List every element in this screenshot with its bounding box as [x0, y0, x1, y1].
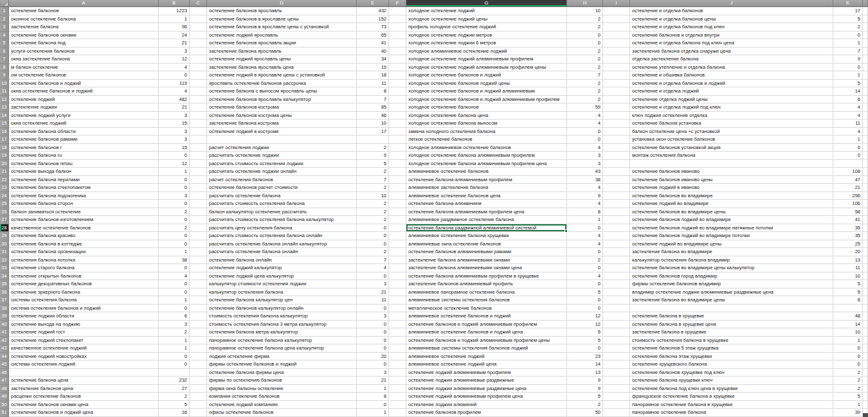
cell-E32[interactable]: 7	[357, 256, 389, 265]
cell-E42[interactable]: 0	[357, 337, 389, 345]
cell-I1[interactable]	[603, 7, 630, 15]
cell-J5[interactable]: остекление и отделка балкона под ключ це…	[630, 39, 833, 48]
cell-C27[interactable]	[190, 216, 207, 224]
cell-G7[interactable]: холодное остекление лоджий алюминиевым п…	[406, 55, 567, 64]
cell-D26[interactable]: балкон калькулятор остекление рассчитать	[207, 208, 357, 217]
cell-E13[interactable]: 85	[357, 103, 389, 112]
cell-E40[interactable]: 0	[357, 321, 389, 329]
cell-G2[interactable]: холодное остекление лоджий цены	[406, 15, 567, 24]
cell-I41[interactable]	[603, 328, 630, 337]
cell-H21[interactable]: 43	[567, 168, 603, 176]
cell-C43[interactable]	[190, 344, 207, 353]
cell-I35[interactable]	[603, 280, 630, 288]
cell-K16[interactable]: 4	[833, 128, 863, 136]
cell-B25[interactable]: 0	[159, 200, 190, 208]
cell-E47[interactable]: 21	[357, 377, 389, 385]
cell-J25[interactable]: остекление лоджий во владимире	[630, 200, 833, 208]
cell-J26[interactable]: остекление балконов во владимире цены	[630, 208, 833, 217]
cell-G16[interactable]: замена холодного остекления балкона	[406, 128, 567, 136]
row-header-3[interactable]: 3	[0, 23, 9, 31]
cell-I15[interactable]	[603, 120, 630, 128]
cell-partial-33[interactable]	[863, 264, 868, 272]
cell-G28[interactable]: остекление балкона раздвижной алюминиево…	[406, 224, 567, 233]
cell-J27[interactable]: остекление балконов лоджий во владимире	[630, 216, 833, 224]
cell-I32[interactable]	[603, 256, 630, 265]
cell-A11[interactable]: окна остекление балконов и лоджий	[9, 87, 159, 96]
cell-E51[interactable]: 1	[357, 409, 389, 417]
cell-H1[interactable]: 10	[567, 7, 603, 15]
cell-J4[interactable]: остекление балконов и отделка внутри	[630, 31, 833, 40]
cell-D21[interactable]: рассчитать остекление лоджии онлайн	[207, 168, 357, 176]
cell-H46[interactable]: 13	[567, 369, 603, 377]
cell-F37[interactable]	[389, 296, 406, 305]
cell-F51[interactable]	[389, 409, 406, 417]
cell-B38[interactable]: 0	[159, 305, 190, 313]
cell-partial-16[interactable]	[863, 128, 868, 136]
cell-I16[interactable]	[603, 128, 630, 136]
cell-partial-20[interactable]	[863, 160, 868, 168]
row-header-12[interactable]: 12	[0, 96, 9, 104]
cell-I3[interactable]	[603, 23, 630, 31]
cell-D48[interactable]: фирма окна балконы остекление	[207, 385, 357, 393]
cell-F32[interactable]	[389, 256, 406, 265]
cell-G1[interactable]: холодное остекление лоджий	[406, 7, 567, 15]
cell-I48[interactable]	[603, 385, 630, 393]
cell-partial-48[interactable]	[863, 385, 868, 393]
cell-C41[interactable]	[190, 328, 207, 337]
cell-I21[interactable]	[603, 168, 630, 176]
cell-I10[interactable]	[603, 80, 630, 88]
cell-partial-3[interactable]	[863, 23, 868, 31]
cell-K5[interactable]: 1	[833, 39, 863, 48]
cell-K19[interactable]: 0	[833, 152, 863, 160]
cell-C4[interactable]	[190, 31, 207, 40]
cell-G41[interactable]: алюминиевое остекление балконов и лоджий…	[406, 328, 567, 337]
cell-B8[interactable]: 4	[159, 64, 190, 72]
cell-A29[interactable]: остекление балкона красиво	[9, 232, 159, 240]
cell-I22[interactable]	[603, 176, 630, 184]
cell-G36[interactable]: алюминиевое панорамное остекление балкон…	[406, 288, 567, 297]
cell-G12[interactable]: холодное остекление балконов и лоджий ал…	[406, 96, 567, 104]
cell-A21[interactable]: остекление выхода балкон	[9, 168, 159, 176]
cell-A33[interactable]: остекление старого балкона	[9, 264, 159, 272]
cell-partial-11[interactable]	[863, 87, 868, 96]
cell-I45[interactable]	[603, 360, 630, 369]
cell-F5[interactable]	[389, 39, 406, 48]
cell-B39[interactable]: 6	[159, 312, 190, 321]
cell-D35[interactable]: калькулятор стоимости остекления лоджии	[207, 280, 357, 288]
cell-D20[interactable]: рассчитать стоимость остекления лоджии	[207, 160, 357, 168]
cell-K15[interactable]: 11	[833, 120, 863, 128]
cell-D25[interactable]: рассчитать стоимость остекления балкона	[207, 200, 357, 208]
row-header-9[interactable]: 9	[0, 71, 9, 80]
cell-K12[interactable]: 6	[833, 96, 863, 104]
cell-E27[interactable]: 2	[357, 216, 389, 224]
cell-I50[interactable]	[603, 401, 630, 409]
cell-D7[interactable]: остекление лоджий ярославль цены	[207, 55, 357, 64]
cell-K17[interactable]: 1	[833, 136, 863, 144]
cell-partial-29[interactable]	[863, 232, 868, 240]
cell-B4[interactable]: 24	[159, 31, 190, 40]
cell-B23[interactable]: 0	[159, 184, 190, 192]
cell-J7[interactable]: отделка застекление балкона	[630, 55, 833, 64]
cell-F17[interactable]	[389, 136, 406, 144]
cell-A20[interactable]: остекление балконов rehau	[9, 160, 159, 168]
cell-B34[interactable]: 4	[159, 272, 190, 281]
cell-J41[interactable]: застекление балкона в хрущевке	[630, 328, 833, 337]
cell-F13[interactable]	[389, 103, 406, 112]
cell-E15[interactable]: 10	[357, 120, 389, 128]
cell-D4[interactable]: остекление лоджий ярославль	[207, 31, 357, 40]
row-header-17[interactable]: 17	[0, 136, 9, 144]
cell-C44[interactable]	[190, 353, 207, 361]
cell-B14[interactable]: 3	[159, 112, 190, 120]
cell-E29[interactable]: 0	[357, 232, 389, 240]
cell-D3[interactable]: остекление балконов в ярославле цены с у…	[207, 23, 357, 31]
cell-H7[interactable]: 2	[567, 55, 603, 64]
cell-I18[interactable]	[603, 144, 630, 152]
cell-B2[interactable]: 1	[159, 15, 190, 24]
cell-I40[interactable]	[603, 321, 630, 329]
cell-A50[interactable]: остекление балконов окнами цена	[9, 401, 159, 409]
cell-C32[interactable]	[190, 256, 207, 265]
cell-D46[interactable]: остекление балкона фирмы цена	[207, 369, 357, 377]
cell-D43[interactable]: панорамное остекление балкона цена кальк…	[207, 344, 357, 353]
cell-J34[interactable]: остекление балконов город владимир	[630, 272, 833, 281]
cell-C51[interactable]	[190, 409, 207, 417]
